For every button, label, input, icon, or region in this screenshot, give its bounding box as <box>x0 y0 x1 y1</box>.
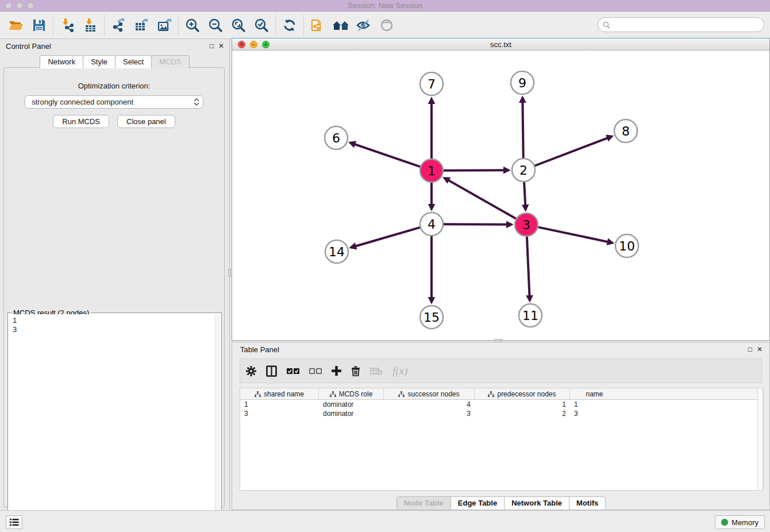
graph-edge-2-3[interactable] <box>524 182 526 210</box>
cell-successor-nodes[interactable]: 4 <box>384 400 475 409</box>
column-header-predecessor-nodes[interactable]: predecessor nodes <box>475 388 570 400</box>
graph-edge-2-8[interactable] <box>535 136 612 165</box>
cell-shared-name[interactable]: 3 <box>240 409 319 418</box>
tab-network-table[interactable]: Network Table <box>504 496 569 510</box>
tab-style[interactable]: Style <box>83 55 116 68</box>
graph-edge-2-9[interactable] <box>522 98 523 158</box>
column-header-successor-nodes[interactable]: successor nodes <box>384 388 475 400</box>
export-network-button[interactable] <box>107 15 130 36</box>
create-column-button[interactable] <box>332 364 341 379</box>
zoom-out-icon <box>208 18 223 33</box>
toolbar-separator <box>53 15 53 36</box>
run-mcds-button[interactable]: Run MCDS <box>53 115 109 128</box>
column-header-name[interactable]: name <box>570 388 619 400</box>
toolbar-separator <box>104 15 105 36</box>
search-input[interactable] <box>613 21 759 29</box>
save-icon <box>32 18 46 32</box>
import-network-icon <box>60 18 75 33</box>
window-title: Session: New Session <box>0 1 770 10</box>
column-header-mcds-role[interactable]: MCDS role <box>319 388 384 400</box>
table-scrollbar[interactable] <box>757 388 763 491</box>
plus-icon <box>332 366 341 376</box>
graph-node-label-14: 14 <box>329 245 345 259</box>
apply-layout-button[interactable] <box>278 15 301 36</box>
cell-mcds-role[interactable]: dominator <box>319 400 384 409</box>
zoom-selected-icon <box>254 18 269 33</box>
mcds-result-list[interactable]: 1 3 <box>9 314 215 530</box>
first-neighbors-button[interactable] <box>329 15 352 36</box>
cell-predecessor-nodes[interactable]: 1 <box>475 400 570 409</box>
toolbar-separator <box>275 15 276 36</box>
mcds-result-item[interactable]: 1 <box>13 316 215 325</box>
export-image-button[interactable] <box>153 15 176 36</box>
delete-table-icon <box>370 367 383 375</box>
close-table-panel-icon[interactable]: ✕ <box>757 345 763 353</box>
zoom-selected-button[interactable] <box>250 15 273 36</box>
result-scrollbar[interactable] <box>215 314 220 530</box>
graph-node-label-4: 4 <box>428 217 436 232</box>
export-table-button[interactable] <box>130 15 153 36</box>
graph-node-label-8: 8 <box>622 124 630 138</box>
tab-network[interactable]: Network <box>40 55 83 68</box>
unchecked-boxes-icon <box>309 368 322 375</box>
control-panel-title: Control Panel <box>6 42 51 51</box>
float-table-panel-icon[interactable]: □ <box>748 345 752 353</box>
task-history-button[interactable] <box>6 515 22 529</box>
graph-edge-3-10[interactable] <box>538 227 613 242</box>
cell-name[interactable]: 1 <box>570 400 619 409</box>
zoom-fit-button[interactable] <box>227 15 250 36</box>
cell-name[interactable]: 3 <box>570 409 619 418</box>
import-table-button[interactable] <box>79 15 102 36</box>
zoom-in-button[interactable] <box>181 15 204 36</box>
graph-edge-3-11[interactable] <box>527 237 530 300</box>
tab-motifs[interactable]: Motifs <box>569 496 606 510</box>
network-canvas[interactable]: 7968124314101511 <box>232 51 769 340</box>
close-panel-button[interactable]: Close panel <box>117 115 175 128</box>
cell-predecessor-nodes[interactable]: 2 <box>475 409 570 418</box>
criterion-select[interactable]: strongly connected component <box>25 95 203 109</box>
tab-node-table[interactable]: Node Table <box>396 496 451 510</box>
table-toolbar: f(x) <box>240 358 762 383</box>
column-header-shared-name[interactable]: shared name <box>240 388 319 400</box>
graph-edge-1-6[interactable] <box>351 142 421 167</box>
tab-edge-table[interactable]: Edge Table <box>451 496 505 510</box>
open-session-button[interactable] <box>5 15 28 36</box>
table-row[interactable]: 3 dominator 3 2 3 <box>240 409 763 418</box>
graph-edge-3-1[interactable] <box>445 178 516 219</box>
save-session-button[interactable] <box>28 15 51 36</box>
cell-successor-nodes[interactable]: 3 <box>384 409 475 418</box>
mcds-result-item[interactable]: 3 <box>13 325 215 334</box>
table-row[interactable]: 1 dominator 4 1 1 <box>240 400 763 409</box>
graph-edge-4-14[interactable] <box>351 228 420 248</box>
node-table: shared name MCDS role successor nodes pr… <box>240 388 764 491</box>
graph-edge-4-3[interactable] <box>444 224 511 225</box>
float-panel-icon[interactable]: □ <box>210 42 214 50</box>
tab-mcds[interactable]: MCDS <box>151 55 189 68</box>
close-panel-icon[interactable]: ✕ <box>218 42 224 50</box>
panel-splitter-handle[interactable] <box>228 269 231 277</box>
graph-node-label-1: 1 <box>428 164 436 178</box>
tree-icon <box>330 391 336 398</box>
tab-select[interactable]: Select <box>115 55 152 68</box>
graph-node-label-15: 15 <box>424 310 440 325</box>
tree-icon <box>488 391 494 398</box>
memory-button[interactable]: Memory <box>715 515 765 529</box>
zoom-out-button[interactable] <box>204 15 227 36</box>
delete-column-button[interactable] <box>351 364 360 379</box>
show-all-button[interactable] <box>375 15 398 36</box>
clone-network-button[interactable] <box>306 15 329 36</box>
show-columns-button[interactable] <box>266 364 277 379</box>
export-network-icon <box>111 18 126 33</box>
cell-mcds-role[interactable]: dominator <box>319 409 384 418</box>
cell-shared-name[interactable]: 1 <box>240 400 319 409</box>
main-toolbar <box>0 11 770 39</box>
table-settings-button[interactable] <box>246 364 256 379</box>
hide-selected-button[interactable] <box>352 15 375 36</box>
import-network-button[interactable] <box>56 15 79 36</box>
network-table-splitter-handle[interactable] <box>494 339 502 341</box>
eye-slash-icon <box>356 18 372 32</box>
status-bar: Memory <box>0 510 770 532</box>
graph-edge-1-2[interactable] <box>444 170 509 171</box>
select-all-button[interactable] <box>287 364 299 379</box>
deselect-all-button[interactable] <box>309 364 322 379</box>
